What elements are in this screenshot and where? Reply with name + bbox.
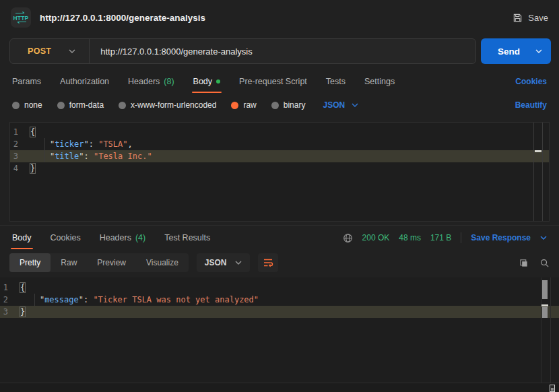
line-number: 2 bbox=[0, 294, 20, 306]
save-icon bbox=[513, 13, 523, 23]
tab-label: Authorization bbox=[60, 77, 109, 86]
response-language-dropdown[interactable]: JSON bbox=[197, 253, 250, 272]
method-selector[interactable]: POST bbox=[10, 39, 90, 63]
request-body-editor[interactable]: 1{2 "ticker": "TSLA",3 "title": "Tesla I… bbox=[9, 122, 550, 222]
body-mode-binary[interactable]: binary bbox=[271, 100, 306, 110]
view-visualize[interactable]: Visualize bbox=[136, 253, 189, 272]
radio-icon[interactable] bbox=[12, 102, 20, 109]
code-token: } bbox=[20, 307, 25, 317]
code-token: ": bbox=[84, 139, 98, 149]
postman-window: HTTP http://127.0.0.1:8000/generate-anal… bbox=[0, 0, 559, 392]
tab-label: Tests bbox=[326, 77, 346, 86]
method-chevron-down-icon bbox=[69, 49, 75, 53]
tab-label: Params bbox=[12, 77, 41, 86]
code-token: "Ticker TSLA was not yet analyzed" bbox=[93, 295, 259, 304]
code-token: ticker bbox=[55, 139, 84, 149]
code-line: 1{ bbox=[10, 126, 549, 138]
body-mode-raw[interactable]: raw bbox=[231, 100, 256, 110]
line-number: 2 bbox=[10, 138, 30, 150]
view-pretty[interactable]: Pretty bbox=[9, 253, 51, 272]
tab-label: Headers bbox=[100, 233, 131, 242]
request-editor-scrollbar[interactable] bbox=[533, 123, 543, 221]
line-number: 1 bbox=[0, 282, 20, 294]
view-preview[interactable]: Preview bbox=[87, 253, 136, 272]
tab-params[interactable]: Params bbox=[12, 70, 41, 93]
body-mode-row: noneform-datax-www-form-urlencodedrawbin… bbox=[0, 94, 559, 116]
code-token: { bbox=[20, 283, 25, 292]
code-token: ": bbox=[79, 152, 94, 161]
tab-tests[interactable]: Tests bbox=[326, 70, 346, 93]
url-input[interactable]: http://127.0.0.1:8000/generate-analysis bbox=[90, 46, 253, 57]
send-button[interactable]: Send bbox=[481, 38, 551, 64]
save-button[interactable]: Save bbox=[513, 13, 548, 23]
response-tabs-row: BodyCookiesHeaders(4)Test Results 200 OK… bbox=[0, 226, 559, 249]
footer-strip bbox=[0, 383, 559, 392]
tab-pre-request-script[interactable]: Pre-request Script bbox=[239, 70, 307, 93]
radio-icon[interactable] bbox=[271, 102, 279, 109]
mode-label: raw bbox=[243, 100, 256, 110]
response-size: 171 B bbox=[430, 233, 451, 242]
resize-handle[interactable] bbox=[550, 385, 555, 392]
network-globe-icon[interactable] bbox=[343, 233, 353, 243]
code-token: } bbox=[30, 164, 35, 173]
search-icon[interactable] bbox=[539, 258, 550, 268]
url-bar: POST http://127.0.0.1:8000/generate-anal… bbox=[9, 38, 476, 64]
code-token: " bbox=[20, 295, 44, 304]
beautify-link[interactable]: Beautify bbox=[515, 100, 547, 110]
tab-test-results[interactable]: Test Results bbox=[164, 226, 210, 249]
tab-headers[interactable]: Headers(4) bbox=[100, 226, 146, 249]
tab-label: Settings bbox=[364, 77, 395, 86]
body-mode-x-www-form-urlencoded[interactable]: x-www-form-urlencoded bbox=[119, 100, 216, 110]
tab-label: Test Results bbox=[164, 233, 210, 242]
method-label: POST bbox=[28, 46, 51, 56]
tab-settings[interactable]: Settings bbox=[364, 70, 395, 93]
tab-label: Headers bbox=[128, 77, 160, 86]
radio-icon[interactable] bbox=[57, 102, 65, 109]
cookies-link[interactable]: Cookies bbox=[515, 77, 547, 86]
response-status-group: 200 OK 48 ms 171 B Save Response bbox=[343, 226, 547, 249]
code-line: 2 "ticker": "TSLA", bbox=[10, 138, 549, 150]
response-scroll-track-border bbox=[541, 277, 541, 383]
line-number: 3 bbox=[10, 150, 30, 162]
code-token: " bbox=[30, 139, 55, 149]
response-scroll-track-border bbox=[550, 277, 551, 383]
code-line: 1{ bbox=[0, 282, 559, 294]
tab-authorization[interactable]: Authorization bbox=[60, 70, 109, 93]
body-language-label: JSON bbox=[323, 100, 345, 110]
tab-body[interactable]: Body bbox=[12, 226, 32, 249]
line-number: 1 bbox=[10, 126, 30, 138]
code-line: 2 "message": "Ticker TSLA was not yet an… bbox=[0, 294, 559, 306]
line-number: 3 bbox=[0, 306, 20, 318]
radio-selected-icon[interactable] bbox=[231, 102, 238, 109]
response-scrollbar-thumb[interactable] bbox=[542, 307, 548, 318]
body-mode-form-data[interactable]: form-data bbox=[57, 100, 104, 110]
body-language-dropdown[interactable]: JSON bbox=[323, 100, 358, 110]
indent-guide bbox=[34, 294, 35, 306]
code-token: "Tesla Inc." bbox=[94, 152, 152, 161]
save-response-button[interactable]: Save Response bbox=[471, 233, 531, 242]
send-options-chevron-icon[interactable] bbox=[535, 49, 542, 53]
tab-cookies[interactable]: Cookies bbox=[51, 226, 81, 249]
response-body-viewer[interactable]: 1{2 "message": "Ticker TSLA was not yet … bbox=[0, 277, 559, 383]
indent-guide bbox=[44, 138, 45, 162]
code-line: 3} bbox=[0, 306, 559, 318]
url-row: POST http://127.0.0.1:8000/generate-anal… bbox=[9, 38, 551, 64]
mode-label: x-www-form-urlencoded bbox=[131, 100, 216, 110]
send-label: Send bbox=[498, 46, 520, 57]
view-raw[interactable]: Raw bbox=[51, 253, 87, 272]
save-response-chevron-icon[interactable] bbox=[540, 236, 547, 240]
tab-headers[interactable]: Headers(8) bbox=[128, 70, 174, 93]
copy-icon[interactable] bbox=[519, 258, 529, 268]
response-language-label: JSON bbox=[205, 258, 227, 267]
radio-icon[interactable] bbox=[119, 102, 126, 109]
response-scrollbar-thumb[interactable] bbox=[542, 280, 548, 299]
code-token: ": bbox=[79, 295, 94, 304]
body-mode-none[interactable]: none bbox=[12, 100, 42, 110]
wrap-lines-button[interactable] bbox=[258, 253, 278, 272]
code-line: 4} bbox=[10, 162, 549, 174]
request-header-bar: HTTP http://127.0.0.1:8000/generate-anal… bbox=[0, 0, 559, 35]
mode-label: form-data bbox=[69, 100, 104, 110]
tab-body[interactable]: Body bbox=[193, 70, 221, 93]
scrollbar-annotation bbox=[535, 150, 541, 152]
save-label: Save bbox=[528, 13, 548, 23]
